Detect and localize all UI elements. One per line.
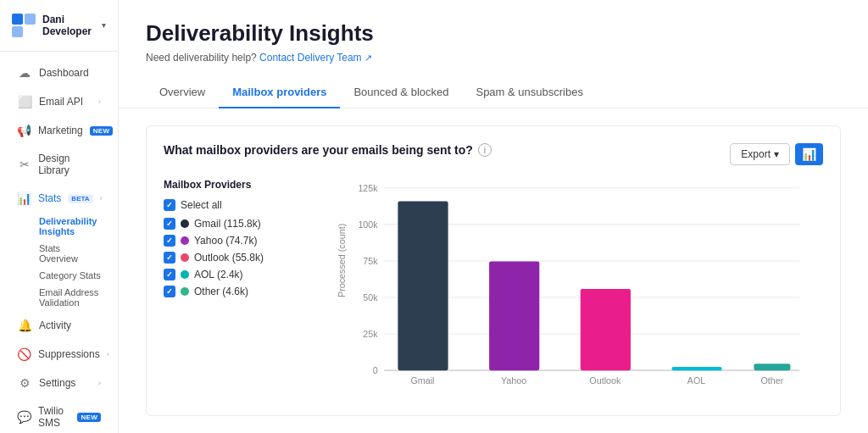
svg-text:Other: Other (760, 375, 783, 386)
card-title: What mailbox providers are your emails b… (164, 143, 492, 157)
legend-item-other[interactable]: Other (4.6k) (164, 286, 299, 297)
gmail-dot (181, 219, 189, 228)
external-link-icon: ↗ (364, 53, 372, 63)
aol-dot (181, 270, 189, 279)
contact-delivery-link[interactable]: Contact Delivery Team (259, 52, 364, 64)
twilio-sms-new-badge: NEW (77, 413, 101, 422)
settings-icon: ⚙ (17, 376, 32, 390)
bar-aol[interactable] (671, 367, 721, 370)
stats-chevron-icon: › (100, 194, 103, 203)
suppressions-icon: 🚫 (17, 347, 31, 361)
tab-bounced-blocked[interactable]: Bounced & blocked (340, 77, 462, 108)
sidebar-item-suppressions[interactable]: 🚫 Suppressions › (5, 341, 113, 368)
dashboard-icon: ☁ (17, 66, 32, 80)
sub-nav-category-stats[interactable]: Category Stats (5, 267, 113, 284)
sidebar-item-stats[interactable]: 📊 Stats BETA › (5, 185, 113, 212)
bar-gmail[interactable] (398, 202, 448, 371)
bar-other[interactable] (754, 364, 790, 370)
card-header: What mailbox providers are your emails b… (164, 143, 823, 165)
svg-text:75k: 75k (363, 256, 378, 266)
sub-nav-deliverability[interactable]: Deliverability Insights (5, 213, 113, 240)
stats-icon: 📊 (17, 192, 31, 205)
svg-text:AOL: AOL (687, 375, 706, 386)
outlook-dot (181, 253, 189, 262)
legend-item-aol[interactable]: AOL (2.4k) (164, 269, 299, 280)
bar-outlook[interactable] (581, 289, 631, 370)
svg-text:100k: 100k (358, 219, 378, 230)
sidebar: Dani Developer ▾ ☁ Dashboard ⬜ Email API… (0, 0, 119, 433)
svg-text:Gmail: Gmail (410, 375, 434, 386)
legend-item-gmail[interactable]: Gmail (115.8k) (164, 218, 299, 230)
user-chevron-icon: ▾ (102, 21, 106, 30)
bar-yahoo[interactable] (489, 261, 539, 370)
sidebar-item-design-library[interactable]: ✂ Design Library (5, 146, 113, 183)
activity-icon: 🔔 (17, 319, 32, 332)
app-logo (12, 14, 36, 37)
svg-text:Outlook: Outlook (589, 375, 621, 386)
page-header: Deliverability Insights Need deliverabil… (119, 0, 868, 77)
other-dot (181, 287, 189, 296)
twilio-sms-icon: 💬 (17, 410, 31, 424)
legend-item-yahoo[interactable]: Yahoo (74.7k) (164, 235, 299, 247)
svg-text:0: 0 (373, 365, 378, 375)
svg-rect-1 (25, 14, 36, 25)
chart-legend: Mailbox Providers Select all Gmail (115.… (164, 179, 299, 416)
outlook-checkbox[interactable] (164, 252, 175, 264)
legend-item-outlook[interactable]: Outlook (55.8k) (164, 252, 299, 264)
chart-icon: 📊 (802, 147, 816, 161)
legend-select-all[interactable]: Select all (164, 199, 299, 211)
marketing-new-badge: NEW (90, 126, 114, 136)
svg-text:Yahoo: Yahoo (501, 375, 526, 386)
page-title: Deliverability Insights (146, 20, 841, 47)
tab-spam-unsubscribes[interactable]: Spam & unsubscribes (462, 77, 596, 108)
tab-overview[interactable]: Overview (146, 77, 219, 108)
tab-mailbox-providers[interactable]: Mailbox providers (219, 77, 340, 108)
page-subtitle: Need deliverability help? Contact Delive… (146, 52, 841, 64)
sidebar-item-twilio-sms[interactable]: 💬 Twilio SMS NEW (5, 398, 113, 433)
sidebar-item-settings[interactable]: ⚙ Settings › (5, 369, 113, 397)
tabs-bar: Overview Mailbox providers Bounced & blo… (119, 77, 868, 108)
svg-text:50k: 50k (363, 292, 378, 303)
chart-svg: Processed (count) 125k 100k 75k 50k 25k (320, 179, 823, 416)
sidebar-item-activity[interactable]: 🔔 Activity (5, 312, 113, 339)
sidebar-logo: Dani Developer ▾ (0, 7, 118, 52)
sub-nav-email-validation[interactable]: Email Address Validation (5, 284, 113, 311)
content-area: What mailbox providers are your emails b… (119, 108, 868, 433)
marketing-icon: 📢 (17, 124, 31, 137)
export-button[interactable]: Export ▾ (730, 143, 790, 165)
settings-chevron-icon: › (98, 379, 101, 387)
user-name[interactable]: Dani Developer ▾ (42, 14, 106, 37)
select-all-checkbox[interactable] (164, 199, 175, 211)
info-icon[interactable]: i (478, 143, 492, 157)
svg-text:25k: 25k (363, 329, 378, 339)
mailbox-providers-card: What mailbox providers are your emails b… (146, 125, 841, 416)
design-library-icon: ✂ (17, 158, 31, 171)
sub-nav-stats-overview[interactable]: Stats Overview (5, 240, 113, 267)
main-content: Deliverability Insights Need deliverabil… (119, 0, 868, 433)
legend-title: Mailbox Providers (164, 179, 299, 191)
email-api-icon: ⬜ (17, 95, 32, 108)
bar-chart: Processed (count) 125k 100k 75k 50k 25k (320, 179, 823, 416)
svg-rect-2 (12, 26, 23, 37)
card-body: Mailbox Providers Select all Gmail (115.… (164, 179, 823, 416)
aol-checkbox[interactable] (164, 269, 175, 280)
sidebar-item-marketing[interactable]: 📢 Marketing NEW › (5, 117, 113, 144)
card-actions: Export ▾ 📊 (730, 143, 823, 165)
yahoo-dot (181, 236, 189, 245)
suppressions-chevron-icon: › (107, 350, 109, 358)
svg-text:125k: 125k (358, 183, 378, 193)
other-checkbox[interactable] (164, 286, 175, 297)
chart-type-button[interactable]: 📊 (795, 143, 823, 165)
gmail-checkbox[interactable] (164, 218, 175, 230)
yahoo-checkbox[interactable] (164, 235, 175, 247)
stats-beta-badge: BETA (68, 194, 92, 203)
svg-rect-0 (12, 14, 23, 25)
sidebar-navigation: ☁ Dashboard ⬜ Email API › 📢 Marketing NE… (0, 58, 118, 433)
sidebar-item-email-api[interactable]: ⬜ Email API › (5, 88, 113, 115)
sidebar-item-dashboard[interactable]: ☁ Dashboard (5, 59, 113, 86)
email-api-chevron-icon: › (98, 97, 101, 106)
stats-sub-nav: Deliverability Insights Stats Overview C… (0, 213, 118, 311)
y-axis-label: Processed (count) (337, 224, 347, 297)
